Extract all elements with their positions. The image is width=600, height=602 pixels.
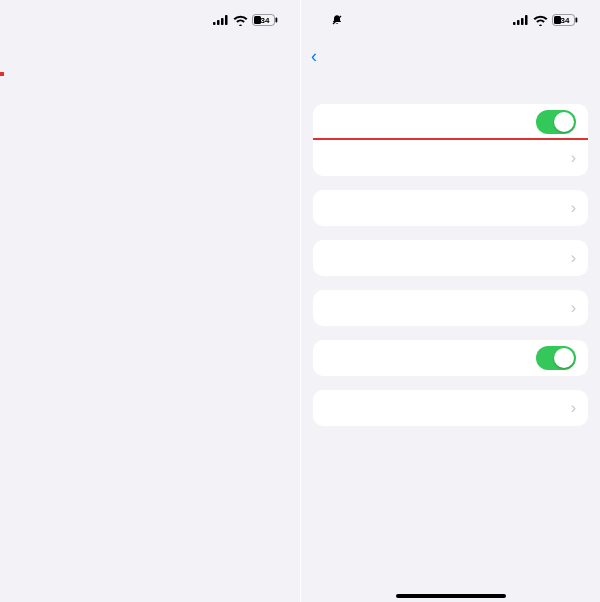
battery-icon: 34 xyxy=(252,14,278,26)
contact-photos-group xyxy=(313,340,588,376)
settings-list-scroll[interactable] xyxy=(0,72,300,602)
home-indicator[interactable] xyxy=(396,594,506,598)
svg-rect-1 xyxy=(217,20,220,25)
imessage-footer xyxy=(301,176,600,190)
svg-text:34: 34 xyxy=(561,16,570,25)
share-name-footer xyxy=(301,276,600,290)
svg-rect-6 xyxy=(276,18,278,23)
svg-text:34: 34 xyxy=(261,16,270,25)
wifi-icon xyxy=(233,15,248,26)
wifi-icon xyxy=(533,15,548,26)
shared-with-you-group: › xyxy=(313,290,588,326)
contact-photos-row[interactable] xyxy=(313,340,588,376)
chevron-right-icon: › xyxy=(571,149,576,167)
contact-photos-toggle[interactable] xyxy=(536,346,576,370)
svg-rect-11 xyxy=(521,18,524,25)
share-name-row[interactable]: › xyxy=(313,240,588,276)
settings-screen: 34 xyxy=(0,0,300,602)
svg-rect-10 xyxy=(517,20,520,25)
messages-settings-screen: 34 ‹ › › xyxy=(300,0,600,602)
imessage-row[interactable] xyxy=(313,104,588,140)
forwarding-row[interactable]: › xyxy=(313,390,588,426)
chevron-right-icon: › xyxy=(571,199,576,217)
imessage-apps-group: › xyxy=(313,190,588,226)
shared-with-you-footer xyxy=(301,326,600,340)
chevron-right-icon: › xyxy=(571,299,576,317)
back-button[interactable]: ‹ xyxy=(311,47,319,65)
section-header-access xyxy=(301,72,600,90)
imessage-group: › xyxy=(313,104,588,176)
status-bar: 34 xyxy=(301,0,600,40)
nav-bar: ‹ xyxy=(301,40,600,72)
svg-rect-2 xyxy=(221,18,224,25)
chevron-right-icon: › xyxy=(571,249,576,267)
forwarding-group: › xyxy=(313,390,588,426)
imessage-toggle[interactable] xyxy=(536,110,576,134)
nav-bar xyxy=(0,40,300,72)
chevron-left-icon: ‹ xyxy=(311,47,317,65)
battery-icon: 34 xyxy=(552,14,578,26)
shared-with-you-row[interactable]: › xyxy=(313,290,588,326)
send-receive-row[interactable]: › xyxy=(313,140,588,176)
chevron-right-icon: › xyxy=(571,399,576,417)
imessage-apps-row[interactable]: › xyxy=(313,190,588,226)
svg-rect-0 xyxy=(213,22,216,25)
contact-photos-footer xyxy=(301,376,600,390)
silent-icon xyxy=(331,14,343,26)
messages-scroll[interactable]: › › › › xyxy=(301,72,600,602)
share-name-group: › xyxy=(313,240,588,276)
svg-rect-3 xyxy=(225,15,228,25)
cellular-icon xyxy=(213,15,229,25)
status-bar: 34 xyxy=(0,0,300,40)
cellular-icon xyxy=(513,15,529,25)
highlight-messages xyxy=(0,72,4,76)
svg-rect-9 xyxy=(513,22,516,25)
svg-rect-15 xyxy=(576,18,578,23)
svg-rect-12 xyxy=(525,15,528,25)
